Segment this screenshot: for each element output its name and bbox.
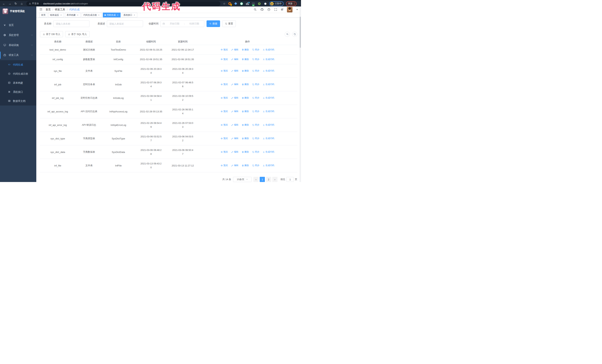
delete-link[interactable]: 删除 <box>242 83 249 86</box>
close-icon[interactable]: × <box>133 14 136 16</box>
edit-link[interactable]: 编辑 <box>231 58 238 61</box>
user-avatar[interactable] <box>287 7 292 12</box>
prev-page-button[interactable]: ‹ <box>253 177 258 182</box>
refresh-button[interactable] <box>292 32 297 37</box>
edit-link[interactable]: 编辑 <box>231 137 238 140</box>
edit-link[interactable]: 编辑 <box>231 110 238 113</box>
preview-link[interactable]: 预览 <box>221 69 228 73</box>
sync-link[interactable]: 同步 <box>252 58 259 61</box>
page-button-1[interactable]: 1 <box>260 177 265 182</box>
edit-link[interactable]: 编辑 <box>231 69 238 73</box>
preview-link[interactable]: 预览 <box>221 83 228 86</box>
import-db-button[interactable]: 基于 DB 导入 <box>40 31 63 37</box>
end-date-placeholder[interactable]: 结束日期 <box>186 22 202 25</box>
bookmark-star-icon[interactable]: ☆ <box>223 2 226 5</box>
tab-system-api[interactable]: 系统接口× <box>122 13 137 17</box>
sync-link[interactable]: 同步 <box>252 123 259 126</box>
generate-code-link[interactable]: 生成代码 <box>263 110 274 113</box>
tab-form-builder[interactable]: 表单构建× <box>65 13 81 17</box>
page-button-2[interactable]: 2 <box>266 177 271 182</box>
sidebar-item-devtools[interactable]: 研发工具 <box>0 50 36 60</box>
edit-link[interactable]: 编辑 <box>231 164 238 167</box>
generate-code-link[interactable]: 生成代码 <box>263 48 274 51</box>
close-icon[interactable]: × <box>60 14 62 16</box>
preview-link[interactable]: 预览 <box>221 150 228 154</box>
avatar-caret-icon[interactable]: ▼ <box>296 9 298 10</box>
delete-link[interactable]: 删除 <box>242 150 249 154</box>
sidebar-item-infra[interactable]: 基础设施 <box>0 40 36 50</box>
generate-code-link[interactable]: 生成代码 <box>263 96 274 99</box>
sidebar-item-codegen[interactable]: 代码生成 <box>0 60 36 69</box>
browser-forward-icon[interactable]: → <box>7 1 12 6</box>
generate-code-link[interactable]: 生成代码 <box>263 137 274 140</box>
sync-link[interactable]: 同步 <box>252 137 259 140</box>
edit-link[interactable]: 编辑 <box>231 150 238 154</box>
delete-link[interactable]: 删除 <box>242 48 249 51</box>
delete-link[interactable]: 删除 <box>242 69 249 73</box>
preview-link[interactable]: 预览 <box>221 164 228 167</box>
sync-link[interactable]: 同步 <box>252 69 259 73</box>
extension-icon-key[interactable] <box>258 2 261 5</box>
delete-link[interactable]: 删除 <box>242 123 249 126</box>
extensions-puzzle-icon[interactable]: ⬣ <box>264 2 267 5</box>
delete-link[interactable]: 删除 <box>242 164 249 167</box>
tab-codegen[interactable]: 代码生成× <box>103 13 121 17</box>
browser-home-icon[interactable]: ⌂ <box>19 1 24 6</box>
brand[interactable]: 芋道管理系统 <box>0 7 36 16</box>
browser-update-button[interactable]: 更新 <box>286 1 297 6</box>
github-icon[interactable] <box>260 8 264 11</box>
create-time-range-picker[interactable]: 开始日期 - 结束日期 <box>161 20 204 27</box>
preview-link[interactable]: 预览 <box>221 110 228 113</box>
generate-code-link[interactable]: 生成代码 <box>263 123 274 126</box>
sync-link[interactable]: 同步 <box>252 110 259 113</box>
tab-codegen-example[interactable]: 代码生成示例× <box>82 13 102 17</box>
close-icon[interactable]: × <box>117 14 119 16</box>
sidebar-item-codegen-example[interactable]: 代码生成示例 <box>0 69 36 78</box>
search-icon[interactable] <box>254 8 257 11</box>
generate-code-link[interactable]: 生成代码 <box>263 69 274 73</box>
breadcrumb-devtools[interactable]: 研发工具 <box>55 8 65 11</box>
close-icon[interactable]: × <box>98 14 100 16</box>
table-desc-input[interactable] <box>107 20 143 27</box>
sidebar-item-home[interactable]: 首页 <box>0 20 36 30</box>
search-button[interactable]: 搜索 <box>206 20 220 27</box>
preview-link[interactable]: 预览 <box>221 123 228 126</box>
edit-link[interactable]: 编辑 <box>231 83 238 86</box>
edit-link[interactable]: 编辑 <box>231 96 238 99</box>
close-icon[interactable]: × <box>76 14 79 16</box>
sidebar-item-db-doc[interactable]: 数据库文档 <box>0 96 36 105</box>
tab-home[interactable]: 首页 <box>39 13 47 17</box>
sidebar-item-form-builder[interactable]: 表单构建 <box>0 78 36 87</box>
delete-link[interactable]: 删除 <box>242 110 249 113</box>
delete-link[interactable]: 删除 <box>242 58 249 61</box>
delete-link[interactable]: 删除 <box>242 137 249 140</box>
sync-link[interactable]: 同步 <box>252 48 259 51</box>
sidebar-item-system[interactable]: 系统管理 <box>0 30 36 40</box>
preview-link[interactable]: 预览 <box>221 96 228 99</box>
fullscreen-icon[interactable] <box>274 8 277 11</box>
browser-reload-icon[interactable]: ↻ <box>13 1 18 6</box>
import-sql-button[interactable]: 基于 SQL 导入 <box>65 31 90 37</box>
extension-icon-columns[interactable] <box>246 2 249 5</box>
edit-link[interactable]: 编辑 <box>231 123 238 126</box>
address-bar[interactable]: ⚠ 不安全 dashboard.yudao.iocoder.cn/tool/co… <box>26 1 220 6</box>
generate-code-link[interactable]: 生成代码 <box>263 83 274 86</box>
sync-link[interactable]: 同步 <box>252 83 259 86</box>
preview-link[interactable]: 预览 <box>221 58 228 61</box>
generate-code-link[interactable]: 生成代码 <box>263 150 274 154</box>
next-page-button[interactable]: › <box>272 177 278 182</box>
sync-link[interactable]: 同步 <box>252 164 259 167</box>
goto-page-input[interactable] <box>286 177 294 182</box>
page-size-select[interactable]: 10条/页 ▼ <box>233 177 252 182</box>
extension-icon-check[interactable]: ✓ <box>240 2 243 5</box>
sync-link[interactable]: 同步 <box>252 150 259 154</box>
generate-code-link[interactable]: 生成代码 <box>263 58 274 61</box>
start-date-placeholder[interactable]: 开始日期 <box>167 22 183 25</box>
browser-menu-icon[interactable] <box>294 2 294 5</box>
edit-link[interactable]: 编辑 <box>231 48 238 51</box>
toggle-search-button[interactable] <box>285 32 290 37</box>
tab-tracing[interactable]: 链路追踪× <box>48 13 64 17</box>
generate-code-link[interactable]: 生成代码 <box>263 164 274 167</box>
delete-link[interactable]: 删除 <box>242 96 249 99</box>
extension-icon-switch[interactable]: on <box>252 2 255 5</box>
